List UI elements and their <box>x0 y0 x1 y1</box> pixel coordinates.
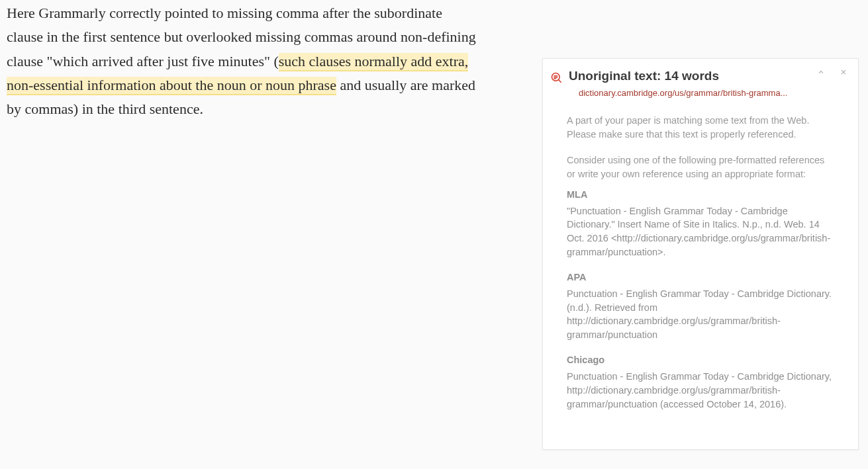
ref-text-chicago: Punctuation - English Grammar Today - Ca… <box>567 370 834 411</box>
main-paragraph: Here Grammarly correctly pointed to miss… <box>7 1 477 121</box>
ref-label-apa: APA <box>567 271 834 284</box>
card-title: Unoriginal text: 14 words <box>569 68 832 85</box>
ref-text-mla: "Punctuation - English Grammar Today - C… <box>567 204 834 259</box>
card-paragraph-2: Consider using one of the following pre-… <box>567 153 834 181</box>
card-body: A part of your paper is matching some te… <box>543 98 858 411</box>
plagiarism-card: Unoriginal text: 14 words dictionary.cam… <box>542 58 859 450</box>
ref-text-apa: Punctuation - English Grammar Today - Ca… <box>567 287 834 341</box>
ref-label-mla: MLA <box>567 188 834 202</box>
svg-line-3 <box>559 80 561 83</box>
card-header: Unoriginal text: 14 words dictionary.cam… <box>543 59 858 98</box>
card-source-link[interactable]: dictionary.cambridge.org/us/grammar/brit… <box>579 88 832 98</box>
card-paragraph-1: A part of your paper is matching some te… <box>567 114 834 142</box>
plagiarism-icon <box>550 71 565 86</box>
ref-label-chicago: Chicago <box>567 353 834 367</box>
